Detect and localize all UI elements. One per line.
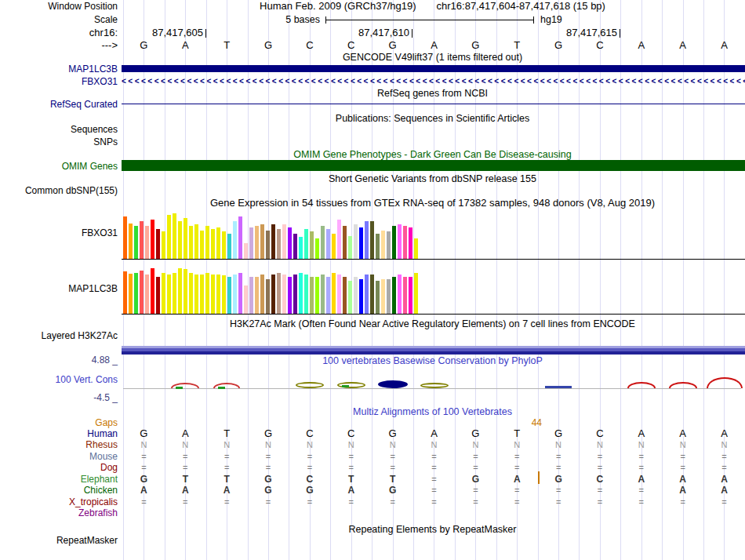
gtex-tissue-bar[interactable] bbox=[216, 227, 220, 259]
gtex-tissue-bar[interactable] bbox=[222, 231, 226, 259]
gtex-tissue-bar[interactable] bbox=[387, 279, 391, 314]
gtex-tissue-bar[interactable] bbox=[354, 277, 358, 314]
gtex-tissue-bar[interactable] bbox=[381, 231, 385, 259]
gtex-tissue-bar[interactable] bbox=[282, 275, 286, 314]
map1lc3b-exon-bar[interactable] bbox=[122, 65, 745, 72]
gtex-tissue-bar[interactable] bbox=[266, 279, 270, 314]
gtex-tissue-bar[interactable] bbox=[304, 275, 308, 314]
gtex-tissue-bar[interactable] bbox=[359, 227, 363, 259]
gtex-tissue-bar[interactable] bbox=[194, 224, 198, 259]
species-label-rhesus[interactable]: Rhesus bbox=[0, 439, 118, 450]
gtex-tissue-bar[interactable] bbox=[123, 271, 127, 314]
gtex-tissue-bar[interactable] bbox=[398, 224, 402, 259]
gtex-tissue-bar[interactable] bbox=[293, 234, 297, 259]
gene-label-fbxo31[interactable]: FBXO31 bbox=[0, 76, 118, 87]
gtex-gene-label-map1lc3b[interactable]: MAP1LC3B bbox=[0, 283, 118, 294]
gtex-gene-label-fbxo31[interactable]: FBXO31 bbox=[0, 227, 118, 238]
gtex-barchart-fbxo31[interactable] bbox=[123, 212, 421, 259]
gtex-tissue-bar[interactable] bbox=[332, 234, 336, 259]
gtex-tissue-bar[interactable] bbox=[156, 277, 160, 314]
gtex-tissue-bar[interactable] bbox=[129, 224, 133, 259]
gtex-tissue-bar[interactable] bbox=[151, 268, 154, 314]
conservation-label[interactable]: 100 Vert. Cons bbox=[0, 374, 118, 385]
gtex-tissue-bar[interactable] bbox=[134, 226, 138, 259]
gtex-tissue-bar[interactable] bbox=[167, 215, 171, 259]
gtex-tissue-bar[interactable] bbox=[129, 274, 133, 314]
omim-gene-bar[interactable] bbox=[122, 160, 745, 171]
gtex-tissue-bar[interactable] bbox=[326, 229, 330, 259]
fbxo31-strand-arrows[interactable]: <<<<<<<<<<<<<<<<<<<<<<<<<<<<<<<<<<<<<<<<… bbox=[122, 76, 745, 86]
sequences-label[interactable]: Sequences bbox=[0, 124, 118, 135]
gtex-tissue-bar[interactable] bbox=[227, 277, 231, 314]
gtex-tissue-bar[interactable] bbox=[145, 226, 149, 259]
refseq-gene-line[interactable] bbox=[122, 104, 745, 104]
gtex-tissue-bar[interactable] bbox=[216, 275, 220, 314]
gtex-tissue-bar[interactable] bbox=[134, 273, 138, 314]
gtex-tissue-bar[interactable] bbox=[233, 221, 237, 259]
gene-label-map1lc3b[interactable]: MAP1LC3B bbox=[0, 64, 118, 75]
gtex-tissue-bar[interactable] bbox=[189, 226, 193, 259]
gtex-tissue-bar[interactable] bbox=[162, 231, 165, 259]
gtex-tissue-bar[interactable] bbox=[310, 277, 314, 314]
gtex-tissue-bar[interactable] bbox=[359, 279, 363, 314]
gtex-tissue-bar[interactable] bbox=[282, 224, 286, 259]
gtex-tissue-bar[interactable] bbox=[293, 275, 297, 314]
gtex-tissue-bar[interactable] bbox=[255, 226, 259, 259]
gtex-tissue-bar[interactable] bbox=[173, 213, 176, 259]
gtex-tissue-bar[interactable] bbox=[365, 221, 369, 259]
gtex-tissue-bar[interactable] bbox=[403, 226, 407, 259]
gtex-tissue-bar[interactable] bbox=[398, 275, 402, 314]
gtex-tissue-bar[interactable] bbox=[194, 275, 198, 314]
gtex-tissue-bar[interactable] bbox=[337, 275, 341, 314]
species-label-human[interactable]: Human bbox=[0, 428, 118, 439]
gtex-tissue-bar[interactable] bbox=[255, 277, 259, 314]
species-label-zebrafish[interactable]: Zebrafish bbox=[0, 507, 118, 518]
species-label-dog[interactable]: Dog bbox=[0, 462, 118, 473]
gtex-tissue-bar[interactable] bbox=[178, 268, 182, 314]
snps-label[interactable]: SNPs bbox=[0, 136, 118, 147]
gtex-tissue-bar[interactable] bbox=[414, 238, 418, 259]
gtex-tissue-bar[interactable] bbox=[200, 275, 204, 314]
gtex-tissue-bar[interactable] bbox=[409, 277, 412, 314]
gtex-tissue-bar[interactable] bbox=[387, 231, 391, 259]
refseq-curated-label[interactable]: RefSeq Curated bbox=[0, 99, 118, 110]
gtex-tissue-bar[interactable] bbox=[376, 281, 380, 314]
gtex-tissue-bar[interactable] bbox=[321, 226, 325, 259]
species-label-mouse[interactable]: Mouse bbox=[0, 451, 118, 462]
gtex-tissue-bar[interactable] bbox=[392, 277, 396, 314]
gtex-tissue-bar[interactable] bbox=[315, 277, 319, 314]
gtex-tissue-bar[interactable] bbox=[348, 236, 352, 259]
gtex-tissue-bar[interactable] bbox=[249, 277, 253, 314]
gtex-tissue-bar[interactable] bbox=[392, 226, 396, 259]
gtex-tissue-bar[interactable] bbox=[156, 229, 160, 259]
gtex-tissue-bar[interactable] bbox=[354, 224, 358, 259]
gtex-tissue-bar[interactable] bbox=[189, 273, 193, 314]
gtex-tissue-bar[interactable] bbox=[200, 231, 204, 259]
gtex-tissue-bar[interactable] bbox=[184, 269, 187, 314]
gtex-tissue-bar[interactable] bbox=[211, 229, 215, 259]
gtex-tissue-bar[interactable] bbox=[178, 221, 182, 259]
gtex-tissue-bar[interactable] bbox=[249, 227, 253, 259]
gtex-tissue-bar[interactable] bbox=[348, 281, 352, 314]
gtex-tissue-bar[interactable] bbox=[260, 275, 264, 314]
gtex-tissue-bar[interactable] bbox=[205, 273, 209, 314]
gtex-tissue-bar[interactable] bbox=[337, 220, 341, 259]
gtex-tissue-bar[interactable] bbox=[238, 216, 242, 259]
gtex-barchart-map1lc3b[interactable] bbox=[123, 267, 421, 314]
h3k27ac-label[interactable]: Layered H3K27Ac bbox=[0, 330, 118, 341]
gtex-tissue-bar[interactable] bbox=[277, 229, 281, 259]
gtex-tissue-bar[interactable] bbox=[365, 275, 369, 314]
gtex-tissue-bar[interactable] bbox=[244, 285, 248, 314]
gaps-row-label[interactable]: Gaps bbox=[0, 417, 118, 428]
gtex-tissue-bar[interactable] bbox=[140, 221, 144, 259]
gtex-tissue-bar[interactable] bbox=[145, 275, 149, 314]
gtex-tissue-bar[interactable] bbox=[140, 271, 144, 314]
gtex-tissue-bar[interactable] bbox=[376, 234, 380, 259]
gtex-tissue-bar[interactable] bbox=[343, 277, 347, 314]
gtex-tissue-bar[interactable] bbox=[233, 275, 237, 314]
gtex-tissue-bar[interactable] bbox=[288, 227, 292, 259]
gtex-tissue-bar[interactable] bbox=[315, 238, 319, 259]
dbsnp-label[interactable]: Common dbSNP(155) bbox=[0, 185, 118, 196]
gtex-tissue-bar[interactable] bbox=[321, 275, 325, 314]
species-label-x_tropicalis[interactable]: X_tropicalis bbox=[0, 496, 118, 507]
